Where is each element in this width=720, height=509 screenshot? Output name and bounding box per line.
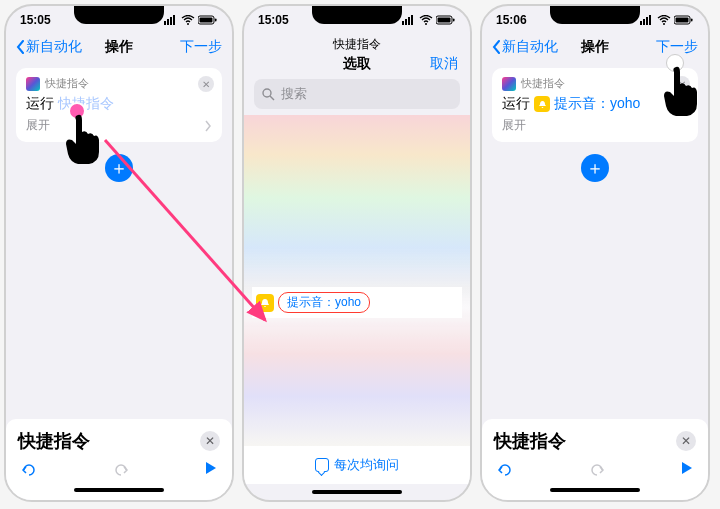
nav-bar: 新自动化 操作 下一步 <box>482 32 708 62</box>
cancel-button[interactable]: 取消 <box>430 55 458 73</box>
modal-title-small: 快捷指令 <box>333 36 381 53</box>
svg-rect-20 <box>646 17 648 25</box>
wifi-icon <box>181 15 195 25</box>
status-time: 15:05 <box>20 13 51 27</box>
add-action-button[interactable]: ＋ <box>581 154 609 182</box>
next-button[interactable]: 下一步 <box>656 38 698 56</box>
phone-screen-2: 15:05 快捷指令 选取 取消 搜索 提示音：yoho 每次均询问 <box>242 4 472 502</box>
bell-icon <box>256 294 274 312</box>
shortcut-row-selected[interactable]: 提示音：yoho <box>252 287 462 318</box>
nav-bar: 新自动化 操作 下一步 <box>6 32 232 62</box>
chevron-left-icon <box>16 40 26 54</box>
chevron-right-icon <box>204 120 212 132</box>
modal-header: 选取 取消 <box>244 55 470 79</box>
undo-button[interactable] <box>20 461 38 482</box>
status-icons <box>640 15 694 25</box>
add-action-button[interactable]: ＋ <box>105 154 133 182</box>
shortcut-list[interactable]: 提示音：yoho <box>244 115 470 446</box>
speech-bubble-icon <box>315 458 329 472</box>
undo-button[interactable] <box>496 461 514 482</box>
next-button[interactable]: 下一步 <box>180 38 222 56</box>
search-input[interactable]: 搜索 <box>254 79 460 109</box>
svg-rect-24 <box>676 18 689 23</box>
action-card[interactable]: 快捷指令 ✕ 运行 快捷指令 展开 <box>16 68 222 142</box>
expand-label[interactable]: 展开 <box>26 117 50 134</box>
status-time: 15:05 <box>258 13 289 27</box>
svg-rect-9 <box>405 19 407 25</box>
ask-each-label: 每次均询问 <box>334 456 399 474</box>
shortcut-placeholder[interactable]: 快捷指令 <box>58 95 114 113</box>
redo-button[interactable] <box>588 461 606 482</box>
status-time: 15:06 <box>496 13 527 27</box>
signal-icon <box>164 15 178 25</box>
svg-rect-25 <box>691 19 693 22</box>
back-button[interactable]: 新自动化 <box>16 38 82 56</box>
play-button[interactable] <box>680 461 694 482</box>
search-icon <box>262 88 275 101</box>
expand-label[interactable]: 展开 <box>502 117 526 134</box>
remove-action-button[interactable]: ✕ <box>198 76 214 92</box>
phone-screen-3: 15:06 新自动化 操作 下一步 快捷指令 ✕ 运行 提示音：yoho 展开 <box>480 4 710 502</box>
action-card[interactable]: 快捷指令 ✕ 运行 提示音：yoho 展开 <box>492 68 698 142</box>
svg-rect-7 <box>215 19 217 22</box>
play-button[interactable] <box>204 461 218 482</box>
dock-close-button[interactable]: ✕ <box>676 431 696 451</box>
search-placeholder: 搜索 <box>281 85 307 103</box>
bell-icon <box>534 96 550 112</box>
home-indicator <box>74 488 164 492</box>
phone-screen-1: 15:05 新自动化 操作 下一步 快捷指令 ✕ 运行 快捷指令 展开 ＋ <box>4 4 234 502</box>
bottom-dock: 快捷指令 ✕ <box>6 419 232 500</box>
svg-point-4 <box>187 23 189 25</box>
redo-button[interactable] <box>112 461 130 482</box>
notch <box>74 6 164 24</box>
svg-rect-2 <box>170 17 172 25</box>
remove-action-button[interactable]: ✕ <box>674 76 690 92</box>
ask-each-time-button[interactable]: 每次均询问 <box>244 446 470 484</box>
back-label: 新自动化 <box>26 38 82 56</box>
svg-rect-10 <box>408 17 410 25</box>
svg-rect-14 <box>438 18 451 23</box>
svg-rect-8 <box>402 21 404 25</box>
status-icons <box>164 15 218 25</box>
modal-header-small: 快捷指令 <box>244 32 470 55</box>
notch <box>550 6 640 24</box>
shortcut-chip: 提示音：yoho <box>278 292 370 313</box>
back-button[interactable]: 新自动化 <box>492 38 558 56</box>
svg-rect-19 <box>643 19 645 25</box>
svg-point-22 <box>663 23 665 25</box>
notch <box>312 6 402 24</box>
shortcuts-app-icon <box>502 77 516 91</box>
selected-shortcut[interactable]: 提示音：yoho <box>554 95 640 113</box>
svg-rect-1 <box>167 19 169 25</box>
svg-rect-3 <box>173 15 175 25</box>
run-label: 运行 <box>502 95 530 113</box>
home-indicator <box>550 488 640 492</box>
bottom-dock: 快捷指令 ✕ <box>482 419 708 500</box>
status-icons <box>402 15 456 25</box>
dock-title: 快捷指令 <box>18 429 90 453</box>
svg-rect-15 <box>453 19 455 22</box>
svg-rect-21 <box>649 15 651 25</box>
svg-rect-0 <box>164 21 166 25</box>
battery-icon <box>198 15 218 25</box>
card-app-label: 快捷指令 <box>521 76 565 91</box>
svg-rect-18 <box>640 21 642 25</box>
shortcuts-app-icon <box>26 77 40 91</box>
svg-rect-6 <box>200 18 213 23</box>
dock-close-button[interactable]: ✕ <box>200 431 220 451</box>
card-app-label: 快捷指令 <box>45 76 89 91</box>
run-label: 运行 <box>26 95 54 113</box>
modal-title: 选取 <box>343 55 371 73</box>
dock-title: 快捷指令 <box>494 429 566 453</box>
svg-point-12 <box>425 23 427 25</box>
back-label: 新自动化 <box>502 38 558 56</box>
home-indicator <box>312 490 402 494</box>
svg-rect-11 <box>411 15 413 25</box>
svg-line-17 <box>270 96 274 100</box>
svg-point-16 <box>263 89 271 97</box>
